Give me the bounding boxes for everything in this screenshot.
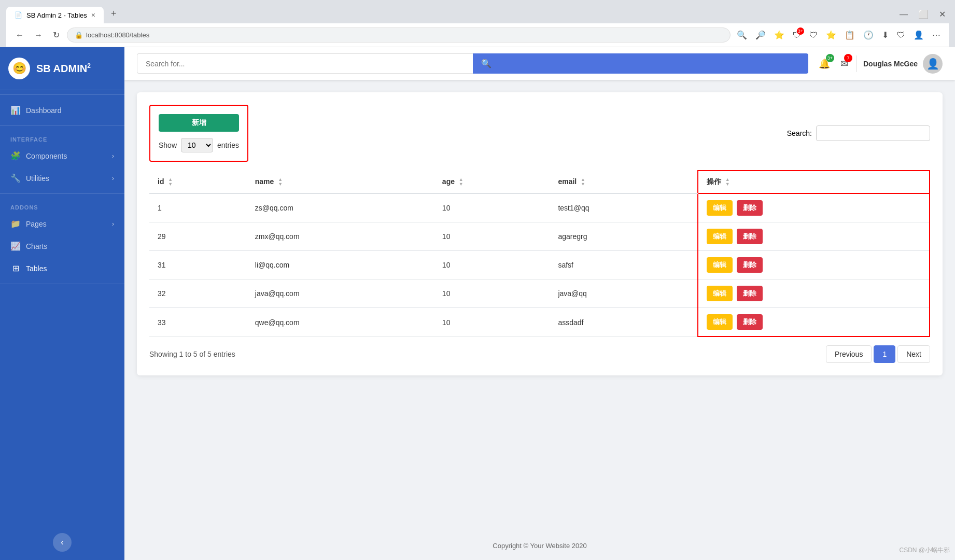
brand-logo-icon: 😊 — [12, 62, 26, 75]
cell-actions: 编辑 删除 — [698, 308, 930, 337]
sidebar-item-tables[interactable]: ⊞ Tables — [0, 257, 124, 279]
sidebar-divider-bottom — [0, 284, 124, 284]
table-search-input[interactable] — [816, 125, 930, 141]
browser-controls: ← → ↻ 🔒 localhost:8080/tables 🔍 🔎 ⭐ 🛡 3+… — [6, 23, 949, 47]
notification-badge: 3+ — [826, 54, 834, 62]
edit-btn[interactable]: 编辑 — [707, 229, 733, 244]
topbar-search-input[interactable] — [137, 53, 473, 74]
page-1-btn[interactable]: 1 — [874, 345, 895, 363]
show-label: Show — [159, 141, 177, 149]
history-icon[interactable]: 🕐 — [861, 28, 876, 42]
extension-icon[interactable]: 🛡 — [807, 29, 820, 42]
refresh-btn[interactable]: ↻ — [50, 28, 63, 42]
pages-arrow-icon: › — [112, 220, 114, 228]
topbar-search-btn[interactable]: 🔍 — [473, 53, 808, 74]
shield-red-icon[interactable]: 🛡 3+ — [791, 29, 803, 42]
col-name[interactable]: name ▲▼ — [247, 171, 434, 193]
sidebar-item-pages[interactable]: 📁 Pages › — [0, 213, 124, 235]
next-page-btn[interactable]: Next — [897, 345, 930, 363]
col-email[interactable]: email ▲▼ — [550, 171, 697, 193]
browser-search-icon[interactable]: 🔍 — [735, 28, 749, 42]
cell-name: zmx@qq.com — [247, 222, 434, 251]
delete-btn[interactable]: 删除 — [737, 286, 763, 301]
delete-btn[interactable]: 删除 — [737, 229, 763, 244]
profile-icon[interactable]: 📋 — [842, 28, 857, 42]
edit-btn[interactable]: 编辑 — [707, 257, 733, 273]
cell-age: 10 — [434, 251, 550, 279]
delete-btn[interactable]: 删除 — [737, 314, 763, 330]
zoom-icon[interactable]: 🔎 — [753, 28, 768, 42]
star-icon[interactable]: ⭐ — [772, 28, 787, 42]
cell-name: java@qq.com — [247, 279, 434, 308]
cell-id: 1 — [149, 193, 247, 222]
back-btn[interactable]: ← — [12, 29, 27, 42]
sidebar-collapse-btn[interactable]: ‹ — [53, 533, 72, 552]
sort-icon-age: ▲▼ — [459, 177, 464, 187]
forward-btn[interactable]: → — [31, 29, 46, 42]
sidebar-item-dashboard[interactable]: 📊 Dashboard — [0, 99, 124, 121]
notification-btn[interactable]: 🔔 3+ — [817, 56, 832, 72]
utilities-arrow-icon: › — [112, 175, 114, 182]
add-record-btn[interactable]: 新增 — [159, 114, 239, 132]
col-age[interactable]: age ▲▼ — [434, 171, 550, 193]
prev-page-btn[interactable]: Previous — [826, 345, 872, 363]
cell-actions: 编辑 删除 — [698, 193, 930, 222]
sidebar-item-components[interactable]: 🧩 Components › — [0, 145, 124, 167]
utilities-icon: 🔧 — [10, 173, 21, 183]
cell-actions: 编辑 删除 — [698, 251, 930, 279]
cell-email: test1@qq — [550, 193, 697, 222]
sort-icon-name: ▲▼ — [278, 177, 283, 187]
topbar-user[interactable]: Douglas McGee 👤 — [863, 54, 943, 74]
active-tab[interactable]: 📄 SB Admin 2 - Tables × — [6, 7, 104, 23]
edit-btn[interactable]: 编辑 — [707, 286, 733, 301]
bookmark-icon[interactable]: ⭐ — [824, 28, 838, 42]
pagination-area: Showing 1 to 5 of 5 entries Previous 1 N… — [149, 345, 930, 363]
security-icon[interactable]: 🛡 — [895, 29, 907, 42]
app-container: 😊 SB ADMIN2 📊 Dashboard INTERFACE 🧩 Comp… — [0, 47, 955, 560]
new-tab-btn[interactable]: + — [105, 4, 123, 23]
table-body: 1 zs@qq.com 10 test1@qq 编辑 删除 29 zmx@qq.… — [149, 193, 930, 337]
tab-title: SB Admin 2 - Tables — [26, 11, 87, 19]
page-content: 新增 Show 10 25 50 100 entries — [124, 80, 955, 531]
sort-icon-email: ▲▼ — [581, 177, 585, 187]
cell-id: 29 — [149, 222, 247, 251]
mail-btn[interactable]: ✉ 7 — [838, 56, 850, 72]
cell-id: 32 — [149, 279, 247, 308]
charts-icon: 📈 — [10, 241, 21, 251]
table-wrapper: id ▲▼ name ▲▼ age ▲▼ email ▲▼ — [149, 170, 930, 337]
brand-name: SB ADMIN2 — [36, 62, 91, 75]
avatar-browser-icon[interactable]: 👤 — [911, 28, 926, 42]
tables-icon: ⊞ — [10, 263, 21, 273]
main-content: 🔍 🔔 3+ ✉ 7 Douglas McGee 👤 — [124, 47, 955, 560]
footer-text: Copyright © Your Website 2020 — [493, 542, 586, 550]
show-entries: Show 10 25 50 100 entries — [159, 138, 239, 152]
col-id[interactable]: id ▲▼ — [149, 171, 247, 193]
delete-btn[interactable]: 删除 — [737, 257, 763, 273]
sidebar-divider-interface — [0, 125, 124, 126]
sidebar-item-utilities[interactable]: 🔧 Utilities › — [0, 167, 124, 189]
more-icon[interactable]: ⋯ — [930, 28, 943, 42]
tab-close-btn[interactable]: × — [91, 11, 95, 19]
cell-age: 10 — [434, 222, 550, 251]
maximize-btn[interactable]: ⬜ — [915, 7, 932, 21]
address-bar[interactable]: 🔒 localhost:8080/tables — [67, 27, 731, 43]
sidebar-item-charts[interactable]: 📈 Charts — [0, 235, 124, 257]
sidebar-divider-top — [0, 94, 124, 95]
entries-count-select[interactable]: 10 25 50 100 — [181, 138, 213, 152]
minimize-btn[interactable]: — — [896, 7, 911, 21]
col-actions[interactable]: 操作 ▲▼ — [698, 171, 930, 193]
pages-icon: 📁 — [10, 219, 21, 229]
edit-btn[interactable]: 编辑 — [707, 314, 733, 330]
sort-icon-id: ▲▼ — [168, 177, 173, 187]
browser-chrome: 📄 SB Admin 2 - Tables × + — ⬜ ✕ ← → ↻ 🔒 … — [0, 0, 955, 47]
table-search: Search: — [787, 125, 930, 141]
table-header: id ▲▼ name ▲▼ age ▲▼ email ▲▼ — [149, 171, 930, 193]
search-label: Search: — [787, 129, 812, 137]
cell-name: qwe@qq.com — [247, 308, 434, 337]
tab-favicon: 📄 — [15, 11, 22, 19]
window-close-btn[interactable]: ✕ — [936, 7, 949, 21]
edit-btn[interactable]: 编辑 — [707, 200, 733, 216]
delete-btn[interactable]: 删除 — [737, 200, 763, 216]
download-icon[interactable]: ⬇ — [880, 28, 891, 42]
pagination-buttons: Previous 1 Next — [826, 345, 930, 363]
